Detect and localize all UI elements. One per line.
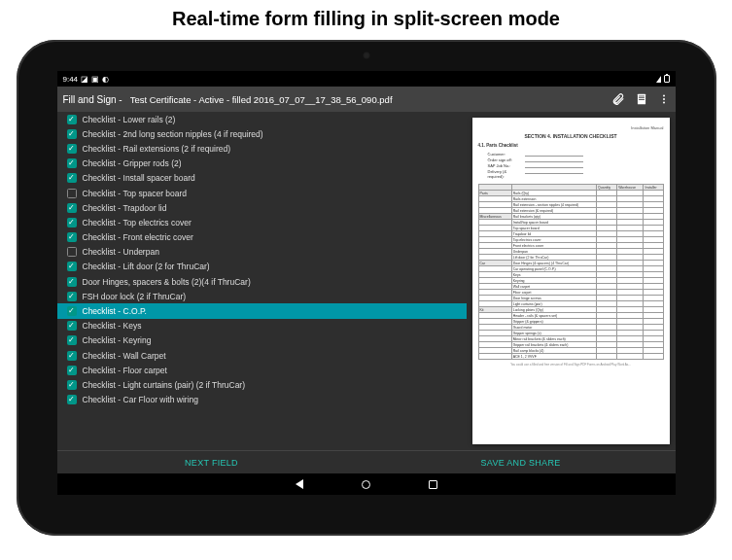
checkbox[interactable] (67, 232, 77, 242)
main-content: Checklist - Lower rails (2)Checklist - 2… (57, 112, 676, 450)
app-bar: Fill and Sign - Test Certificate - Activ… (57, 87, 676, 112)
attachment-icon[interactable] (611, 92, 625, 106)
checklist-item[interactable]: Checklist - 2nd long section nipples (4 … (57, 126, 467, 141)
status-bar: 9:44 ◪ ▣ ◐ (57, 71, 676, 87)
checklist-item[interactable]: Checklist - Floor carpet (57, 363, 467, 377)
checklist-item[interactable]: Checklist - Car Floor with wiring (57, 393, 467, 407)
document-icon[interactable] (635, 92, 648, 106)
checklist-item[interactable]: Checklist - Underpan (57, 245, 467, 260)
checklist-label: Checklist - Rail extensions (2 if requir… (83, 144, 231, 154)
nav-home-button[interactable] (362, 480, 370, 489)
checklist-item[interactable]: Checklist - Top spacer board (57, 186, 467, 200)
checkbox[interactable] (67, 247, 77, 257)
checklist-item[interactable]: Checklist - Keys (57, 319, 467, 333)
checkbox[interactable] (67, 158, 77, 168)
checkbox[interactable] (67, 292, 77, 301)
preview-subtitle: 4.1. Parts Checklist (478, 143, 664, 148)
nav-bar (57, 473, 676, 495)
checkbox[interactable] (67, 262, 77, 271)
checklist-item[interactable]: Checklist - Lower rails (2) (57, 112, 467, 126)
svg-rect-3 (639, 99, 645, 100)
checklist-label: Checklist - Light curtains (pair) (2 if … (83, 380, 246, 390)
checkbox[interactable] (67, 395, 77, 404)
checklist-label: Checklist - Keyring (83, 335, 152, 345)
checkbox[interactable] (67, 306, 77, 316)
checklist-item[interactable]: Checklist - Trapdoor lid (57, 200, 467, 215)
status-icon: ▣ (91, 75, 99, 84)
checkbox[interactable] (67, 380, 77, 390)
checklist-label: Checklist - Top spacer board (83, 189, 188, 198)
tablet-camera (363, 52, 370, 59)
checklist[interactable]: Checklist - Lower rails (2)Checklist - 2… (57, 112, 467, 450)
nav-back-button[interactable] (296, 479, 303, 489)
checklist-label: Checklist - C.O.P. (83, 306, 147, 316)
checkbox[interactable] (67, 321, 77, 331)
checklist-label: Checklist - Gripper rods (2) (83, 158, 182, 168)
document-preview[interactable]: Installation Manual SECTION 4. INSTALLAT… (472, 118, 670, 444)
checklist-item[interactable]: Door Hinges, spacers & bolts (2)(4 if Th… (57, 274, 467, 289)
svg-rect-2 (639, 97, 645, 98)
checklist-label: Checklist - Lift door (2 for ThruCar) (83, 262, 210, 271)
screen: 9:44 ◪ ▣ ◐ Fill and Sign - Test Certific… (57, 71, 676, 495)
save-share-button[interactable]: SAVE AND SHARE (366, 451, 676, 473)
checkbox[interactable] (67, 129, 77, 139)
svg-point-4 (663, 95, 665, 97)
svg-point-6 (663, 102, 665, 104)
checkbox[interactable] (67, 189, 77, 198)
document-title: Test Certificate - Active - filled 2016_… (130, 94, 604, 105)
checklist-label: Checklist - Front electric cover (83, 232, 193, 242)
checklist-item[interactable]: Checklist - Light curtains (pair) (2 if … (57, 377, 467, 392)
checklist-label: Checklist - Wall Carpet (83, 351, 166, 361)
preview-pane: Installation Manual SECTION 4. INSTALLAT… (467, 112, 676, 450)
page-caption: Real-time form filling in split-screen m… (0, 0, 732, 34)
checklist-item[interactable]: Checklist - Keyring (57, 333, 467, 348)
checklist-label: Checklist - Car Floor with wiring (83, 395, 199, 404)
checklist-label: Checklist - Floor carpet (83, 366, 167, 375)
checklist-label: Checklist - Keys (83, 321, 142, 331)
checkbox[interactable] (67, 144, 77, 154)
app-name: Fill and Sign - (63, 94, 122, 105)
checkbox[interactable] (67, 277, 77, 287)
checklist-label: Checklist - 2nd long section nipples (4 … (83, 129, 263, 139)
checklist-label: Checklist - Trapdoor lid (83, 203, 167, 213)
svg-point-5 (663, 98, 665, 100)
checklist-label: Checklist - Underpan (83, 247, 159, 257)
preview-footnote: You could use a filled and free version … (478, 363, 664, 367)
form-pane: Checklist - Lower rails (2)Checklist - 2… (57, 112, 467, 450)
checkbox[interactable] (67, 351, 77, 361)
checklist-label: Checklist - Install spacer board (83, 173, 195, 183)
status-time: 9:44 (63, 75, 79, 84)
checkbox[interactable] (67, 366, 77, 375)
checkbox[interactable] (67, 335, 77, 345)
next-field-button[interactable]: NEXT FIELD (57, 451, 366, 473)
status-icon: ◐ (102, 75, 109, 84)
checklist-label: Checklist - Lower rails (2) (83, 115, 176, 124)
checklist-label: FSH door lock (2 if ThruCar) (83, 292, 187, 301)
battery-icon (664, 75, 670, 83)
checklist-item[interactable]: Checklist - Rail extensions (2 if requir… (57, 141, 467, 156)
preview-table: QuantityWarehouseInstallerPartsRails (Qt… (478, 184, 664, 360)
nav-recent-button[interactable] (429, 480, 437, 489)
svg-rect-1 (639, 96, 645, 97)
checkbox[interactable] (67, 203, 77, 213)
checklist-item[interactable]: Checklist - Gripper rods (2) (57, 157, 467, 171)
checklist-item[interactable]: Checklist - Top electrics cover (57, 215, 467, 229)
checklist-label: Door Hinges, spacers & bolts (2)(4 if Th… (83, 277, 251, 287)
tablet-frame: 9:44 ◪ ▣ ◐ Fill and Sign - Test Certific… (17, 40, 716, 536)
checklist-item[interactable]: Checklist - Wall Carpet (57, 348, 467, 363)
signal-icon (656, 76, 661, 83)
checkbox[interactable] (67, 218, 77, 228)
checklist-item[interactable]: Checklist - C.O.P. (57, 303, 467, 318)
preview-header: Installation Manual (478, 125, 664, 130)
more-icon[interactable] (658, 92, 670, 106)
checklist-item[interactable]: Checklist - Lift door (2 for ThruCar) (57, 260, 467, 274)
preview-fields: Customer:Order sign off:SAP Job No.:Deli… (488, 151, 664, 180)
checklist-item[interactable]: Checklist - Front electric cover (57, 230, 467, 245)
bottom-buttons: NEXT FIELD SAVE AND SHARE (57, 450, 676, 473)
status-icon: ◪ (81, 75, 88, 84)
checkbox[interactable] (67, 173, 77, 183)
preview-section-title: SECTION 4. INSTALLATION CHECKLIST (478, 133, 664, 139)
checkbox[interactable] (67, 115, 77, 124)
checklist-item[interactable]: FSH door lock (2 if ThruCar) (57, 289, 467, 303)
checklist-item[interactable]: Checklist - Install spacer board (57, 171, 467, 186)
